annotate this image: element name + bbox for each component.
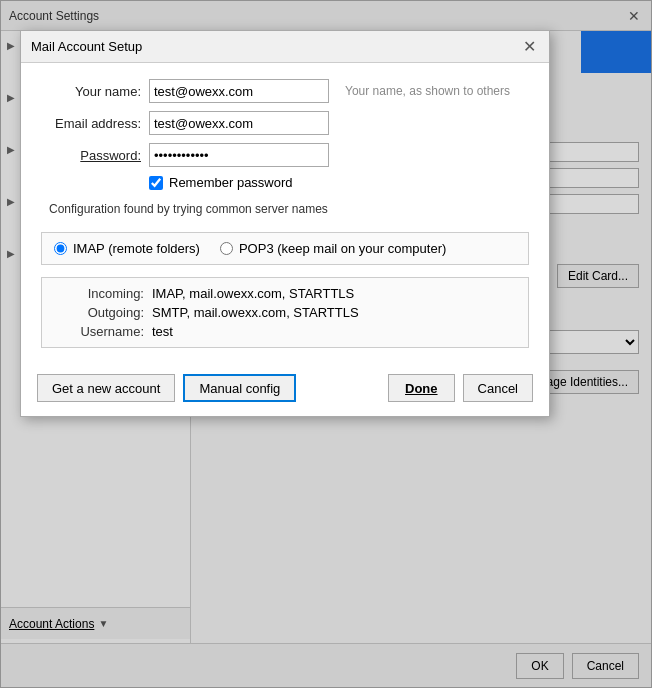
your-name-hint: Your name, as shown to others	[345, 84, 510, 98]
your-name-label: Your name:	[41, 84, 141, 99]
password-row: Password:	[41, 143, 529, 167]
pop3-radio[interactable]	[220, 242, 233, 255]
modal-cancel-button[interactable]: Cancel	[463, 374, 533, 402]
imap-radio[interactable]	[54, 242, 67, 255]
imap-label: IMAP (remote folders)	[73, 241, 200, 256]
password-label: Password:	[41, 148, 141, 163]
email-input[interactable]	[149, 111, 329, 135]
remember-password-checkbox[interactable]	[149, 176, 163, 190]
incoming-row: Incoming: IMAP, mail.owexx.com, STARTTLS	[54, 286, 516, 301]
remember-password-row: Remember password	[41, 175, 529, 190]
username-val: test	[152, 324, 173, 339]
outgoing-key: Outgoing:	[54, 305, 144, 320]
modal-footer: Get a new account Manual config Done Can…	[21, 364, 549, 416]
done-button[interactable]: Done	[388, 374, 455, 402]
incoming-val: IMAP, mail.owexx.com, STARTTLS	[152, 286, 354, 301]
pop3-option[interactable]: POP3 (keep mail on your computer)	[220, 241, 446, 256]
server-info: Incoming: IMAP, mail.owexx.com, STARTTLS…	[41, 277, 529, 348]
modal-dialog: Mail Account Setup ✕ Your name: Your nam…	[20, 30, 550, 417]
username-row: Username: test	[54, 324, 516, 339]
incoming-key: Incoming:	[54, 286, 144, 301]
remember-password-label[interactable]: Remember password	[169, 175, 293, 190]
modal-footer-right: Done Cancel	[388, 374, 533, 402]
imap-option[interactable]: IMAP (remote folders)	[54, 241, 200, 256]
get-new-account-button[interactable]: Get a new account	[37, 374, 175, 402]
config-found-text: Configuration found by trying common ser…	[41, 202, 529, 216]
outgoing-val: SMTP, mail.owexx.com, STARTTLS	[152, 305, 359, 320]
modal-body: Your name: Your name, as shown to others…	[21, 63, 549, 364]
your-name-input[interactable]	[149, 79, 329, 103]
email-row: Email address:	[41, 111, 529, 135]
modal-title: Mail Account Setup	[31, 39, 142, 54]
modal-footer-left: Get a new account Manual config	[37, 374, 296, 402]
modal-close-button[interactable]: ✕	[519, 37, 539, 57]
manual-config-button[interactable]: Manual config	[183, 374, 296, 402]
modal-overlay: Mail Account Setup ✕ Your name: Your nam…	[0, 0, 652, 688]
radio-group: IMAP (remote folders) POP3 (keep mail on…	[41, 232, 529, 265]
your-name-row: Your name: Your name, as shown to others	[41, 79, 529, 103]
modal-titlebar: Mail Account Setup ✕	[21, 31, 549, 63]
username-key: Username:	[54, 324, 144, 339]
outgoing-row: Outgoing: SMTP, mail.owexx.com, STARTTLS	[54, 305, 516, 320]
password-input[interactable]	[149, 143, 329, 167]
email-label: Email address:	[41, 116, 141, 131]
pop3-label: POP3 (keep mail on your computer)	[239, 241, 446, 256]
